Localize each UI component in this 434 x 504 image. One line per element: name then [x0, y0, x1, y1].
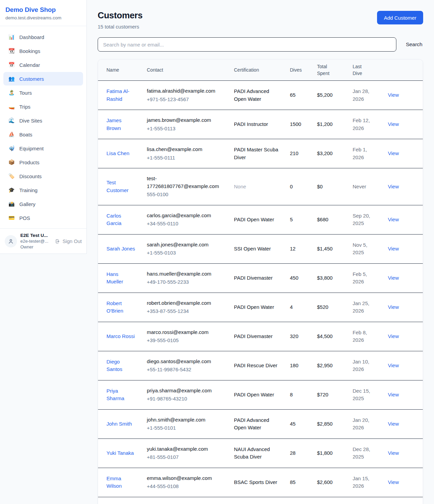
sidebar-item-label: Training	[19, 187, 38, 193]
customer-email: james.brown@example.com	[147, 116, 223, 124]
sidebar-item-dive-sites[interactable]: 🌊 Dive Sites	[3, 114, 83, 127]
view-customer-link[interactable]: View	[388, 150, 399, 156]
sidebar-item-dashboard[interactable]: 📊 Dashboard	[3, 30, 83, 44]
customer-certification: PADI Advanced Open Water	[234, 417, 269, 431]
sign-out-button[interactable]: Sign Out	[55, 239, 82, 244]
customer-count: 15 total customers	[98, 24, 142, 30]
sign-out-icon	[55, 239, 60, 244]
customer-name-link[interactable]: Lisa Chen	[106, 150, 130, 156]
customer-last-dive: Never	[353, 184, 366, 189]
customer-total-spent: $2,950	[317, 362, 333, 368]
sidebar-item-label: Products	[19, 160, 39, 165]
view-customer-link[interactable]: View	[388, 392, 399, 397]
shop-domain: demo.test.divestreams.com	[5, 15, 81, 20]
sidebar-item-gallery[interactable]: 📸 Gallery	[3, 197, 83, 211]
table-row: Priya Sharma priya.sharma@example.com +9…	[98, 380, 423, 409]
customer-email: sarah.jones@example.com	[147, 241, 223, 249]
search-input[interactable]	[98, 37, 396, 52]
sidebar-item-customers[interactable]: 👥 Customers	[3, 72, 83, 86]
add-customer-button[interactable]: Add Customer	[377, 11, 423, 24]
customer-name-link[interactable]: James Brown	[106, 117, 121, 131]
view-customer-link[interactable]: View	[388, 304, 399, 310]
view-customer-link[interactable]: View	[388, 362, 399, 368]
customer-total-spent: $2,600	[317, 479, 333, 485]
user-name: E2E Test U...	[20, 233, 52, 238]
sidebar-item-discounts[interactable]: 🏷️ Discounts	[3, 169, 83, 183]
customer-name-link[interactable]: Marco Rossi	[106, 333, 135, 339]
customer-last-dive: Dec 15, 2025	[353, 388, 370, 402]
view-customer-link[interactable]: View	[388, 184, 399, 189]
sidebar-item-products[interactable]: 📦 Products	[3, 155, 83, 169]
customer-name-link[interactable]: Fatima Al-Rashid	[106, 88, 130, 102]
customer-certification: None	[234, 184, 246, 189]
customer-total-spent: $5,200	[317, 92, 333, 98]
user-email: e2e-tester@...	[20, 239, 52, 244]
customer-last-dive: Sep 20, 2025	[353, 213, 370, 226]
customer-total-spent: $1,450	[317, 246, 333, 251]
column-header: Dives	[284, 59, 312, 81]
customer-phone: +971-55-123-4567	[147, 96, 223, 104]
customer-name-link[interactable]: Priya Sharma	[106, 388, 124, 402]
pos-icon: 💳	[8, 215, 15, 221]
table-row: Lisa Chen lisa.chen@example.com +1-555-0…	[98, 139, 423, 168]
customer-total-spent: $4,500	[317, 333, 333, 339]
search-button[interactable]: Search	[405, 40, 423, 49]
table-body: Fatima Al-Rashid fatima.alrashid@example…	[98, 81, 423, 504]
sidebar-item-bookings[interactable]: 📆 Bookings	[3, 44, 83, 58]
page-title: Customers	[98, 10, 142, 21]
customer-total-spent: $520	[317, 304, 328, 310]
sidebar-item-pos[interactable]: 💳 POS	[3, 211, 83, 225]
sidebar-item-training[interactable]: 🎓 Training	[3, 183, 83, 197]
sidebar-item-equipment[interactable]: 🤿 Equipment	[3, 142, 83, 155]
customer-total-spent: $680	[317, 217, 328, 222]
customer-total-spent: $1,200	[317, 121, 333, 127]
customer-phone: +55-11-99876-5432	[147, 366, 223, 374]
customer-name-link[interactable]: Hans Mueller	[106, 271, 123, 285]
view-customer-link[interactable]: View	[388, 92, 399, 98]
customer-phone: +81-555-0107	[147, 453, 223, 461]
sidebar-nav: 📊 Dashboard 📆 Bookings 📅 Calendar 👥 Cust…	[0, 26, 86, 228]
view-customer-link[interactable]: View	[388, 246, 399, 251]
customer-name-link[interactable]: Carlos Garcia	[106, 213, 121, 226]
view-customer-link[interactable]: View	[388, 121, 399, 127]
customer-last-dive: Feb 5, 2026	[353, 271, 367, 285]
customer-name-link[interactable]: Emma Wilson	[106, 475, 122, 489]
customer-email: hans.mueller@example.com	[147, 270, 223, 278]
customer-name-link[interactable]: John Smith	[106, 421, 132, 427]
customer-phone: +1-555-0113	[147, 125, 223, 133]
customer-certification: PADI Open Water	[234, 217, 274, 222]
customer-name-link[interactable]: Robert O'Brien	[106, 300, 123, 314]
view-customer-link[interactable]: View	[388, 479, 399, 485]
customer-email: lisa.chen@example.com	[147, 146, 223, 153]
table-row: Keiko Yamamoto keiko.yamamoto@example.co…	[98, 497, 423, 504]
view-customer-link[interactable]: View	[388, 275, 399, 281]
customer-name-link[interactable]: Test Customer	[106, 180, 129, 193]
customer-certification: SSI Open Water	[234, 246, 271, 251]
customers-table-card: NameContactCertificationDivesTotal Spent…	[98, 59, 423, 504]
customer-total-spent: $2,850	[317, 421, 333, 427]
customer-dives: 5	[290, 217, 293, 222]
customer-certification: PADI Rescue Diver	[234, 362, 277, 368]
customer-certification: PADI Divemaster	[234, 275, 273, 281]
sidebar-item-trips[interactable]: 🚤 Trips	[3, 100, 83, 113]
customer-name-link[interactable]: Sarah Jones	[106, 246, 135, 251]
sidebar-item-boats[interactable]: ⛵ Boats	[3, 128, 83, 141]
customer-certification: PADI Open Water	[234, 304, 274, 310]
customer-last-dive: Jan 25, 2026	[353, 300, 369, 314]
customer-email: fatima.alrashid@example.com	[147, 87, 223, 95]
customer-email: emma.wilson@example.com	[147, 474, 223, 482]
shop-name: Demo Dive Shop	[5, 6, 81, 14]
view-customer-link[interactable]: View	[388, 217, 399, 222]
user-info: E2E Test U... e2e-tester@... Owner	[20, 233, 52, 249]
customer-name-link[interactable]: Yuki Tanaka	[106, 450, 134, 456]
customer-dives: 4	[290, 304, 293, 310]
customer-phone: +353-87-555-1234	[147, 307, 223, 315]
view-customer-link[interactable]: View	[388, 333, 399, 339]
sidebar-item-calendar[interactable]: 📅 Calendar	[3, 58, 83, 72]
customer-name-link[interactable]: Diego Santos	[106, 359, 122, 372]
view-customer-link[interactable]: View	[388, 450, 399, 456]
customer-certification: PADI Master Scuba Diver	[234, 147, 278, 160]
sidebar-item-tours[interactable]: 🏝️ Tours	[3, 86, 83, 99]
view-customer-link[interactable]: View	[388, 421, 399, 427]
customer-dives: 0	[290, 184, 293, 189]
